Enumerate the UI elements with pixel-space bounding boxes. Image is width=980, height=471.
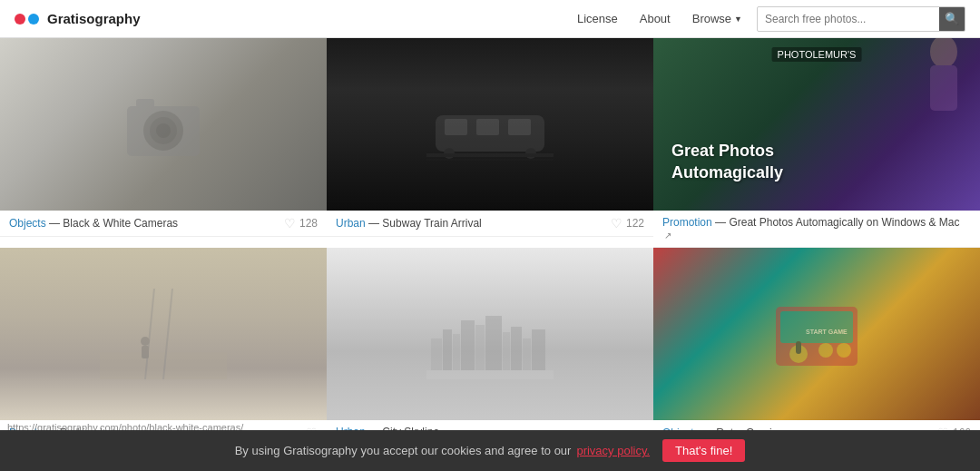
heart-icon-subway[interactable]: ♡: [611, 216, 622, 231]
svg-text:START GAME: START GAME: [806, 329, 848, 335]
logo-area[interactable]: Gratisography: [15, 10, 141, 28]
header: Gratisography License About Browse ▼ 🔍: [0, 0, 980, 38]
svg-rect-12: [426, 159, 554, 161]
svg-rect-19: [142, 346, 149, 358]
photo-category-subway[interactable]: Urban: [336, 217, 366, 230]
photo-cell-gaming: START GAME Objects — Retro Gaming ♡ 166: [653, 248, 980, 446]
photo-image-parking[interactable]: [0, 248, 327, 420]
browse-caret-icon: ▼: [734, 15, 742, 24]
photo-image-promo[interactable]: PHOTOLEMUR'S Great Photos Automagically: [653, 38, 980, 211]
likes-count-cameras: 128: [299, 217, 318, 230]
photo-caption-cameras: Objects — Black & White Cameras ♡ 128: [0, 211, 327, 237]
logo-dot-blue: [28, 14, 39, 25]
svg-rect-4: [136, 99, 154, 108]
promo-headline: Great Photos Automagically: [671, 141, 783, 183]
svg-rect-27: [511, 327, 522, 370]
photo-image-cameras[interactable]: [0, 38, 327, 211]
likes-count-subway: 122: [626, 217, 644, 230]
logo-dot-red: [15, 14, 25, 25]
heart-icon-cameras[interactable]: ♡: [284, 216, 296, 231]
photo-image-subway[interactable]: [327, 38, 653, 211]
photo-cell-promo: PHOTOLEMUR'S Great Photos Automagically …: [653, 38, 980, 248]
svg-rect-7: [476, 119, 499, 135]
photo-cell-subway: Urban — Subway Train Arrival ♡ 122: [327, 38, 653, 248]
logo-icon: [15, 10, 40, 28]
svg-rect-14: [930, 65, 957, 111]
svg-rect-21: [443, 329, 452, 370]
cookie-bar: By using Gratisography you accept our co…: [0, 430, 980, 446]
svg-rect-22: [453, 334, 460, 370]
site-name: Gratisography: [47, 11, 141, 26]
svg-rect-30: [426, 370, 554, 379]
svg-rect-11: [426, 153, 554, 157]
nav-browse[interactable]: Browse ▼: [692, 12, 742, 25]
photo-category-cameras[interactable]: Objects: [9, 217, 46, 230]
photo-meta-cameras: Objects — Black & White Cameras: [9, 217, 178, 230]
svg-rect-28: [523, 339, 531, 370]
search-icon: 🔍: [945, 12, 959, 25]
cookie-message: By using Gratisography you accept our co…: [235, 444, 572, 446]
likes-subway: ♡ 122: [611, 216, 644, 231]
photo-cell-parking: People — Parking Lot ♡: [0, 248, 327, 446]
photo-caption-promo: Promotion — Great Photos Automagically o…: [653, 211, 980, 248]
svg-point-13: [930, 38, 957, 68]
photo-image-skyline[interactable]: [327, 248, 653, 420]
photo-caption-subway: Urban — Subway Train Arrival ♡ 122: [327, 211, 653, 237]
cookie-accept-button[interactable]: That's fine!: [662, 439, 745, 446]
photo-grid: Objects — Black & White Cameras ♡ 128: [0, 38, 980, 446]
promo-brand-label: PHOTOLEMUR'S: [772, 47, 862, 62]
photo-meta-subway: Urban — Subway Train Arrival: [336, 217, 482, 230]
svg-rect-25: [485, 316, 502, 370]
svg-rect-34: [796, 341, 801, 354]
svg-rect-23: [461, 320, 475, 370]
svg-point-35: [818, 343, 833, 358]
search-wrapper: 🔍: [757, 6, 965, 32]
svg-point-3: [156, 123, 171, 138]
search-button[interactable]: 🔍: [939, 6, 965, 32]
svg-rect-24: [475, 325, 485, 370]
svg-rect-32: [780, 311, 853, 343]
svg-rect-6: [445, 119, 467, 135]
search-input[interactable]: [758, 13, 939, 25]
svg-rect-8: [508, 119, 531, 135]
photo-category-promo[interactable]: Promotion: [662, 216, 712, 229]
svg-rect-29: [532, 329, 545, 370]
likes-cameras: ♡ 128: [284, 216, 318, 231]
nav-about[interactable]: About: [640, 12, 671, 25]
external-link-icon: ↗: [664, 231, 671, 240]
photo-image-gaming[interactable]: START GAME: [653, 248, 980, 420]
svg-rect-20: [431, 339, 442, 370]
privacy-policy-link[interactable]: privacy policy.: [576, 444, 650, 446]
photo-cell-skyline: Urban — City Skyline: [327, 248, 653, 446]
svg-rect-26: [503, 332, 510, 370]
nav-license[interactable]: License: [577, 12, 618, 25]
nav-links: License About Browse ▼: [577, 12, 742, 25]
photo-cell-cameras: Objects — Black & White Cameras ♡ 128: [0, 38, 327, 248]
photo-meta-promo: Promotion — Great Photos Automagically o…: [662, 216, 971, 241]
svg-point-18: [141, 337, 150, 346]
svg-point-36: [837, 343, 851, 358]
